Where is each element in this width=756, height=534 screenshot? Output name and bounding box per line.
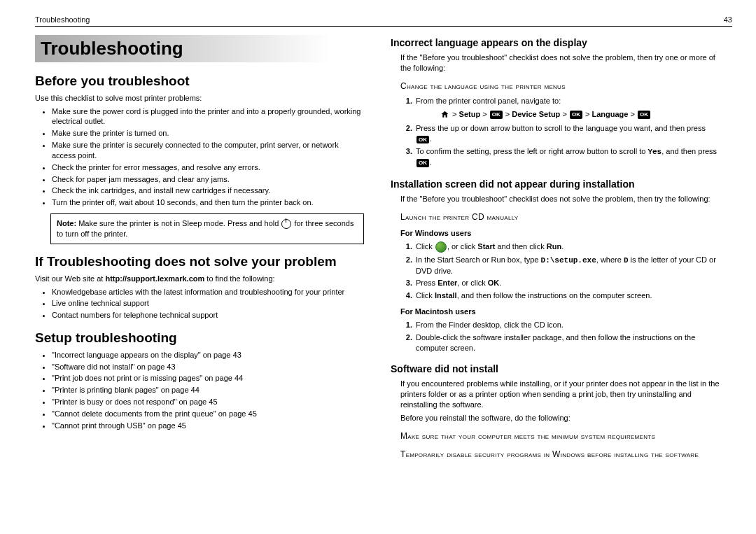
- left-column: Troubleshooting Before you troubleshoot …: [35, 34, 364, 534]
- list-item: Make sure the printer is securely connec…: [52, 140, 364, 161]
- step-item: Click Install, and then follow the instr…: [414, 290, 720, 301]
- heading-installation-screen: Installation screen did not appear durin…: [391, 178, 720, 191]
- power-icon: [281, 219, 291, 229]
- step-item: Click , or click Start and then click Ru…: [414, 241, 720, 253]
- list-item: "Cannot print through USB" on page 45: [52, 421, 364, 431]
- if-list: Knowledgebase articles with the latest i…: [35, 287, 364, 321]
- step-item: In the Start Search or Run box, type D:\…: [414, 255, 720, 276]
- note-text: Make sure the printer is not in Sleep mo…: [76, 219, 281, 227]
- support-url: http://support.lexmark.com: [105, 274, 204, 283]
- list-item: "Software did not install" on page 43: [52, 362, 364, 372]
- ok-icon: OK: [570, 111, 582, 119]
- if-intro: Visit our Web site at http://support.lex…: [35, 274, 364, 284]
- nav-path: > Setup > OK > Device Setup > OK > Langu…: [440, 109, 720, 120]
- ok-icon: OK: [490, 111, 503, 119]
- setup-topic-list: "Incorrect language appears on the displ…: [35, 350, 364, 431]
- list-item: Contact numbers for telephone technical …: [52, 310, 364, 321]
- subhead-disable-security: Temporarily disable security programs in…: [400, 449, 720, 460]
- mac-steps: From the Finder desktop, click the CD ic…: [391, 320, 720, 353]
- before-checklist: Make sure the power cord is plugged into…: [35, 106, 364, 209]
- heading-incorrect-language: Incorrect language appears on the displa…: [391, 36, 720, 50]
- ok-icon: OK: [416, 159, 429, 167]
- list-item: Knowledgebase articles with the latest i…: [52, 287, 364, 297]
- subhead-min-requirements: Make sure that your computer meets the m…: [400, 430, 720, 442]
- list-item: Live online technical support: [52, 298, 364, 309]
- subhead-launch-cd: Launch the printer CD manually: [400, 211, 720, 223]
- heading-before-you-troubleshoot: Before you troubleshoot: [35, 72, 364, 90]
- soft-intro: If you encountered problems while instal…: [400, 379, 720, 410]
- soft-intro2: Before you reinstall the software, do th…: [400, 413, 720, 423]
- lang-intro: If the "Before you troubleshoot" checkli…: [400, 52, 720, 73]
- step-item: Double-click the software installer pack…: [414, 332, 720, 353]
- home-icon: [440, 110, 449, 119]
- windows-steps: Click , or click Start and then click Ru…: [391, 241, 720, 301]
- note-label: Note:: [57, 219, 76, 227]
- ok-icon: OK: [638, 111, 650, 119]
- heading-setup-troubleshooting: Setup troubleshooting: [35, 329, 364, 347]
- right-column: Incorrect language appears on the displa…: [391, 34, 720, 534]
- chapter-title: Troubleshooting: [35, 35, 364, 62]
- list-item: Check the printer for error messages, an…: [52, 162, 364, 173]
- note-box: Note: Make sure the printer is not in Sl…: [50, 213, 364, 244]
- start-orb-icon: [435, 241, 447, 253]
- header-page-number: 43: [724, 15, 732, 24]
- lang-steps: From the printer control panel, navigate…: [391, 96, 720, 168]
- list-item: Check for paper jam messages, and clear …: [52, 174, 364, 185]
- step-item: Press the up or down arrow button to scr…: [414, 123, 720, 144]
- subhead-change-language: Change the language using the printer me…: [400, 80, 720, 92]
- step-item: To confirm the setting, press the left o…: [414, 146, 720, 168]
- ok-icon: OK: [416, 136, 429, 144]
- list-item: Make sure the power cord is plugged into…: [52, 106, 364, 127]
- list-item: Check the ink cartridges, and install ne…: [52, 185, 364, 196]
- before-intro: Use this checklist to solve most printer…: [35, 93, 364, 104]
- subhead-macintosh-users: For Macintosh users: [400, 307, 720, 317]
- list-item: "Printer is busy or does not respond" on…: [52, 397, 364, 407]
- step-item: From the printer control panel, navigate…: [414, 96, 720, 120]
- list-item: "Print job does not print or is missing …: [52, 373, 364, 384]
- step-item: From the Finder desktop, click the CD ic…: [414, 320, 720, 330]
- step-item: Press Enter, or click OK.: [414, 278, 720, 288]
- heading-if-not-solve: If Troubleshooting does not solve your p…: [35, 253, 364, 271]
- heading-software-did-not-install: Software did not install: [391, 363, 720, 376]
- list-item: Make sure the printer is turned on.: [52, 128, 364, 139]
- subhead-windows-users: For Windows users: [400, 228, 720, 239]
- list-item: "Printer is printing blank pages" on pag…: [52, 385, 364, 395]
- install-intro: If the "Before you troubleshoot" checkli…: [400, 194, 720, 204]
- page-header: Troubleshooting 43: [35, 15, 732, 27]
- header-section: Troubleshooting: [35, 15, 90, 24]
- list-item: "Incorrect language appears on the displ…: [52, 350, 364, 360]
- list-item: Turn the printer off, wait about 10 seco…: [52, 197, 364, 208]
- list-item: "Cannot delete documents from the print …: [52, 409, 364, 419]
